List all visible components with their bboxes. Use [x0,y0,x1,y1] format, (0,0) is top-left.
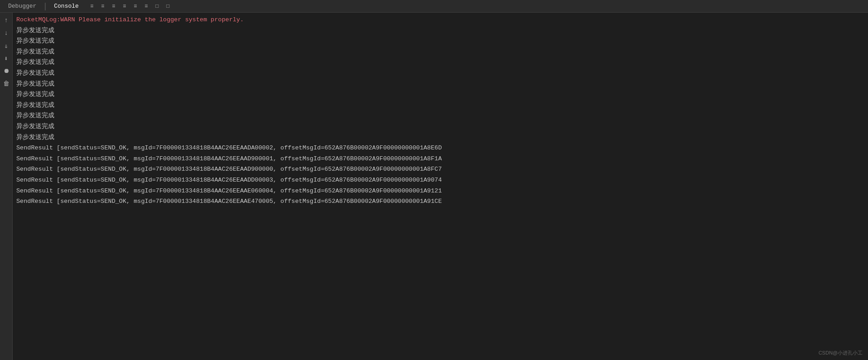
filter-icon[interactable]: ⬇ [1,53,11,63]
toolbar-icon-2[interactable]: ≡ [99,2,107,10]
normal-line-2: 异步发送完成 [16,47,864,58]
normal-line-0: 异步发送完成 [16,25,864,36]
toolbar-icon-3[interactable]: ≡ [110,2,118,10]
toolbar-icon-4[interactable]: ≡ [120,2,129,10]
sidebar: ↑ ↓ ⇓ ⬇ ⏺ 🗑 [0,13,13,360]
print-icon[interactable]: ⏺ [1,66,11,76]
top-bar: Debugger | Console ≡ ≡ ≡ ≡ ≡ ≡ □ □ [0,0,868,13]
normal-line-9: 异步发送完成 [16,121,864,132]
send-result-5: SendResult [sendStatus=SEND_OK, msgId=7F… [16,196,864,207]
watermark: CSDN@小进孔小工 [819,350,863,356]
scroll-down-icon[interactable]: ↓ [1,28,11,38]
send-result-3: SendResult [sendStatus=SEND_OK, msgId=7F… [16,175,864,186]
send-result-0: SendResult [sendStatus=SEND_OK, msgId=7F… [16,143,864,154]
console-output[interactable]: RocketMQLog:WARN Please initialize the l… [13,13,868,360]
normal-line-7: 异步发送完成 [16,100,864,111]
send-result-4: SendResult [sendStatus=SEND_OK, msgId=7F… [16,186,864,197]
scroll-up-icon[interactable]: ↑ [1,15,11,25]
normal-line-6: 异步发送完成 [16,89,864,100]
toolbar-icons: ≡ ≡ ≡ ≡ ≡ ≡ □ □ [88,2,172,10]
toolbar-icon-1[interactable]: ≡ [88,2,96,10]
normal-line-4: 异步发送完成 [16,68,864,79]
normal-line-8: 异步发送完成 [16,110,864,121]
clear-icon[interactable]: 🗑 [1,79,11,89]
send-result-2: SendResult [sendStatus=SEND_OK, msgId=7F… [16,164,864,175]
scroll-end-icon[interactable]: ⇓ [1,41,11,51]
toolbar-icon-7[interactable]: □ [153,2,161,10]
tab-debugger[interactable]: Debugger [4,3,41,10]
toolbar-icon-8[interactable]: □ [164,2,172,10]
normal-line-5: 异步发送完成 [16,79,864,90]
tab-console[interactable]: Console [49,3,83,10]
toolbar-icon-6[interactable]: ≡ [142,2,150,10]
main-container: ↑ ↓ ⇓ ⬇ ⏺ 🗑 RocketMQLog:WARN Please init… [0,13,868,360]
send-result-1: SendResult [sendStatus=SEND_OK, msgId=7F… [16,154,864,164]
normal-line-10: 异步发送完成 [16,132,864,143]
tab-divider: | [43,2,48,11]
toolbar-icon-5[interactable]: ≡ [131,2,139,10]
warn-line: RocketMQLog:WARN Please initialize the l… [16,14,864,25]
normal-line-1: 异步发送完成 [16,36,864,47]
normal-line-3: 异步发送完成 [16,57,864,68]
